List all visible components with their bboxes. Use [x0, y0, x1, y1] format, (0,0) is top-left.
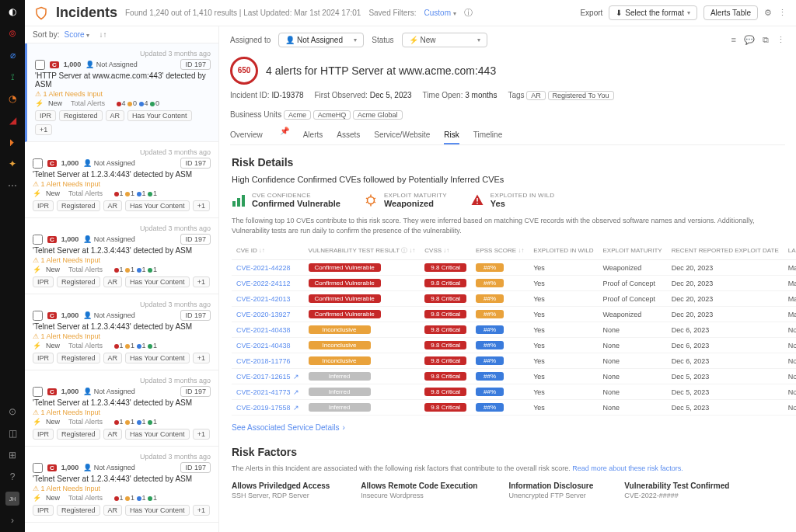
sort-select[interactable]: Score ▾ [64, 30, 89, 39]
comment-icon[interactable]: 💬 [744, 35, 755, 45]
rail-expand[interactable]: › [5, 513, 19, 527]
rail-item-5[interactable]: ◢ [5, 113, 19, 127]
risk-factors-link[interactable]: Read more about these risk factors. [572, 464, 683, 472]
sort-dir[interactable]: ↓↑ [99, 30, 106, 39]
rail-bottom-0[interactable]: ⊙ [5, 405, 19, 419]
kebab-icon[interactable]: ⋮ [777, 35, 785, 45]
external-link-icon[interactable]: ↗ [293, 404, 299, 412]
rail-bottom-2[interactable]: ⊞ [5, 448, 19, 462]
col-header[interactable]: LAST SCAN DATE↓↑ [784, 242, 796, 260]
see-associated-link[interactable]: See Associated Service Details › [232, 423, 345, 432]
card-chip[interactable]: IPR [33, 200, 54, 211]
rail-item-0[interactable]: ◐ [5, 5, 19, 19]
card-chip[interactable]: Registered [57, 200, 100, 211]
rail-item-3[interactable]: ⟟ [5, 70, 19, 84]
pin-icon[interactable]: 📌 [280, 127, 289, 144]
col-header[interactable]: RECENT REPORTED EXPLOIT DATE [667, 242, 784, 260]
card-chip[interactable]: Registered [57, 429, 100, 440]
rail-item-8[interactable]: ⋯ [5, 179, 19, 193]
card-checkbox[interactable] [33, 311, 43, 321]
tab-alerts[interactable]: Alerts [303, 127, 323, 144]
col-header[interactable]: VULNERABILITY TEST RESULT ⓘ↓↑ [304, 242, 421, 260]
card-checkbox[interactable] [33, 235, 43, 245]
card-checkbox[interactable] [33, 463, 43, 473]
card-chip[interactable]: IPR [33, 505, 54, 516]
incident-card[interactable]: Updated 3 months ago C 1,000 👤 Not Assig… [25, 447, 218, 523]
cve-link[interactable]: CVE-2021-41773 [236, 388, 291, 396]
card-chip[interactable]: IPR [35, 110, 56, 121]
more-icon[interactable]: ⋮ [778, 8, 787, 18]
timeline-icon[interactable]: ≡ [731, 35, 736, 45]
tab-service/website[interactable]: Service/Website [374, 127, 430, 144]
card-chip[interactable]: Registered [57, 276, 100, 287]
cve-link[interactable]: CVE-2022-24112 [236, 280, 291, 287]
tab-risk[interactable]: Risk [444, 127, 459, 144]
tab-timeline[interactable]: Timeline [473, 127, 502, 144]
incident-card[interactable]: Updated 3 months ago C 1,000 👤 Not Assig… [25, 142, 218, 218]
col-header[interactable]: EXPLOIT MATURITY [598, 242, 666, 260]
card-chip[interactable]: Registered [59, 110, 103, 121]
saved-filters-value[interactable]: Custom ▾ [424, 9, 456, 17]
card-chip[interactable]: Has Your Content [125, 505, 190, 516]
tab-assets[interactable]: Assets [337, 127, 360, 144]
card-chip[interactable]: IPR [33, 276, 54, 287]
card-chip[interactable]: Registered [57, 353, 100, 363]
card-chip[interactable]: +1 [193, 276, 210, 287]
card-chip[interactable]: Has Your Content [125, 353, 190, 363]
assigned-select[interactable]: 👤 Not Assigned▾ [278, 33, 364, 47]
card-chip[interactable]: IPR [33, 429, 54, 440]
rail-item-6[interactable]: ⏵ [5, 135, 19, 149]
rail-item-7[interactable]: ✦ [5, 157, 19, 171]
col-header[interactable]: EXPLOITED IN WILD [529, 242, 598, 260]
rail-item-2[interactable]: ⌀ [5, 48, 19, 62]
tag[interactable]: AR [526, 91, 546, 100]
card-checkbox[interactable] [33, 387, 43, 397]
cve-link[interactable]: CVE-2021-42013 [236, 295, 291, 303]
card-chip[interactable]: +1 [193, 353, 210, 363]
card-chip[interactable]: Has Your Content [125, 200, 190, 211]
card-chip[interactable]: Registered [57, 505, 100, 516]
card-chip[interactable]: AR [103, 200, 123, 211]
bu-tag[interactable]: Acme Global [353, 110, 403, 120]
cve-link[interactable]: CVE-2021-40438 [236, 342, 291, 349]
export-button[interactable]: Export [580, 9, 602, 17]
status-select[interactable]: ⚡ New▾ [402, 33, 487, 47]
card-chip[interactable]: +1 [193, 429, 210, 440]
external-link-icon[interactable]: ↗ [293, 373, 299, 381]
cve-link[interactable]: CVE-2020-13927 [236, 311, 291, 318]
cve-link[interactable]: CVE-2021-40438 [236, 326, 291, 334]
external-link-icon[interactable]: ↗ [293, 388, 299, 396]
format-select[interactable]: ⬇ Select the format ▾ [609, 5, 697, 20]
card-chip[interactable]: AR [106, 110, 125, 121]
tab-overview[interactable]: Overview [230, 127, 263, 144]
col-header[interactable]: CVSS↓↑ [420, 242, 471, 260]
info-icon[interactable]: ⓘ [464, 7, 473, 19]
card-chip[interactable]: +1 [193, 505, 210, 516]
card-chip[interactable]: +1 [193, 200, 210, 211]
settings-icon[interactable]: ⚙ [764, 8, 772, 18]
incident-card[interactable]: Updated 3 months ago C 1,000 👤 Not Assig… [25, 43, 218, 142]
rail-item-4[interactable]: ◔ [5, 92, 19, 106]
bu-tag[interactable]: AcmeHQ [313, 110, 351, 120]
rail-bottom-3[interactable]: ? [5, 470, 19, 484]
card-chip[interactable]: +1 [35, 124, 52, 135]
card-chip[interactable]: IPR [33, 353, 54, 363]
col-header[interactable]: EPSS SCORE↓↑ [471, 242, 529, 260]
rail-bottom-1[interactable]: ◫ [5, 426, 19, 440]
incident-card[interactable]: Updated 3 months ago C 1,000 👤 Not Assig… [25, 370, 218, 447]
rail-item-1[interactable]: ⊚ [5, 26, 19, 40]
card-chip[interactable]: AR [103, 276, 123, 287]
bu-tag[interactable]: Acme [284, 110, 311, 120]
avatar[interactable]: JH [5, 492, 19, 506]
card-chip[interactable]: AR [103, 353, 123, 363]
cve-link[interactable]: CVE-2018-11776 [236, 357, 291, 365]
cve-link[interactable]: CVE-2019-17558 [236, 404, 291, 412]
card-chip[interactable]: Has Your Content [127, 110, 192, 121]
col-header[interactable]: CVE ID↓↑ [232, 242, 304, 260]
card-chip[interactable]: Has Your Content [125, 276, 190, 287]
card-chip[interactable]: AR [103, 505, 123, 516]
tag[interactable]: Registered To You [548, 91, 614, 100]
copy-icon[interactable]: ⧉ [763, 35, 769, 45]
card-checkbox[interactable] [35, 60, 45, 70]
cve-link[interactable]: CVE-2017-12615 [236, 373, 291, 381]
